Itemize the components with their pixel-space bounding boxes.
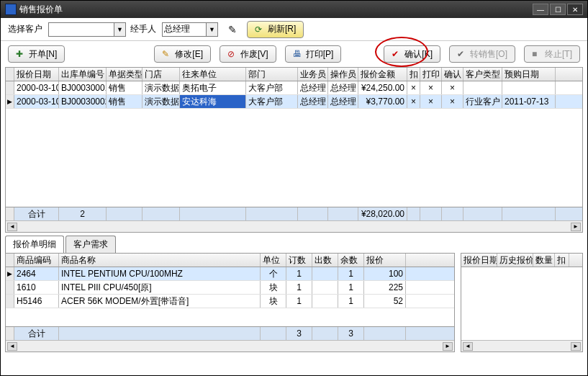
customer-input[interactable] — [49, 23, 114, 36]
chevron-down-icon[interactable]: ▼ — [206, 23, 217, 36]
tab-detail[interactable]: 报价单明细 — [5, 236, 64, 253]
col-sales[interactable]: 业务员 — [298, 68, 328, 81]
stop-icon: ■ — [532, 49, 542, 59]
table-row[interactable]: 1610 INTEL PIII CPU/450[原] 块 1 1 225 — [6, 281, 454, 295]
rcol-qty[interactable]: 数量 — [533, 254, 555, 267]
print-button[interactable]: 🖶 打印[P] — [285, 45, 342, 63]
dfoot-rem: 3 — [338, 327, 364, 340]
col-oper[interactable]: 操作员 — [328, 68, 358, 81]
scroll-right-icon[interactable]: ► — [443, 342, 453, 351]
scroll-left-icon[interactable]: ◄ — [7, 223, 17, 231]
dcol-name[interactable]: 商品名称 — [59, 254, 261, 267]
right-hscroll[interactable]: ◄ ► — [461, 340, 582, 352]
row-marker: ▶ — [6, 267, 14, 280]
print-label: 打印[P] — [306, 48, 334, 61]
row-marker-header — [6, 68, 14, 81]
window-title: 销售报价单 — [19, 4, 63, 16]
handler-label: 经手人 — [130, 23, 156, 35]
stop-label: 终止[T] — [545, 48, 572, 61]
dcol-out[interactable]: 出数 — [312, 254, 338, 267]
history-grid[interactable]: 报价日期 历史报价 数量 扣 ◄ ► — [461, 253, 583, 352]
row-marker — [6, 281, 14, 294]
transfer-icon: ✔ — [457, 49, 467, 59]
col-ctype[interactable]: 客户类型 — [463, 68, 502, 81]
close-button[interactable]: ✕ — [567, 4, 583, 15]
select-customer-label: 选择客户 — [8, 23, 42, 35]
dcol-price[interactable]: 报价 — [364, 254, 406, 267]
edit-icon: ✎ — [162, 49, 172, 59]
row-marker — [6, 295, 14, 308]
customer-combo[interactable]: ▼ — [48, 22, 126, 37]
dfoot-label: 合计 — [14, 327, 59, 340]
col-dept[interactable]: 部门 — [246, 68, 298, 81]
main-hscroll[interactable]: ◄ ► — [6, 220, 582, 232]
table-row[interactable]: ▶ 2000-03-10 BJ00030002 销售 演示数据 安达科海 大客户… — [6, 95, 582, 109]
handler-input[interactable] — [163, 23, 206, 36]
row-marker: ▶ — [6, 95, 14, 108]
check-icon: ✔ — [392, 49, 402, 59]
table-row[interactable]: ▶ 2464 INTEL PENTIUM CPU/100MHZ 个 1 1 10… — [6, 267, 454, 281]
col-print[interactable]: 打印 — [420, 68, 442, 81]
refresh-icon: ⟳ — [255, 24, 265, 35]
clear-icon[interactable]: ✎ — [228, 24, 237, 35]
scroll-left-icon[interactable]: ◄ — [463, 342, 473, 351]
print-icon: 🖶 — [293, 49, 303, 59]
refresh-label: 刷新[R] — [268, 23, 296, 35]
dcol-ord[interactable]: 订数 — [286, 254, 312, 267]
confirm-button[interactable]: ✔ 确认[K] — [384, 45, 440, 63]
void-label: 作废[V] — [240, 48, 268, 61]
col-type[interactable]: 单据类型 — [107, 68, 143, 81]
dfoot-ord: 3 — [286, 327, 312, 340]
row-marker — [6, 81, 14, 94]
void-button[interactable]: ⊘ 作废[V] — [220, 45, 276, 63]
chevron-down-icon[interactable]: ▼ — [114, 23, 125, 36]
handler-combo[interactable]: ▼ — [162, 22, 218, 37]
footer-total: ¥28,020.00 — [358, 207, 407, 220]
col-ded[interactable]: 扣 — [407, 68, 420, 81]
edit-button[interactable]: ✎ 修改[E] — [154, 45, 211, 63]
minimize-button[interactable]: — — [533, 4, 548, 15]
col-docno[interactable]: 出库单编号 — [59, 68, 107, 81]
col-pdate[interactable]: 预购日期 — [502, 68, 556, 81]
rcol-ded[interactable]: 扣 — [555, 254, 569, 267]
app-icon — [5, 4, 17, 15]
transfer-label: 转销售[O] — [470, 48, 507, 61]
open-button[interactable]: ✚ 开单[N] — [8, 45, 65, 63]
col-party[interactable]: 往来单位 — [180, 68, 246, 81]
main-grid[interactable]: 报价日期 出库单编号 单据类型 门店 往来单位 部门 业务员 操作员 报价金额 … — [5, 67, 583, 233]
detail-grid[interactable]: 商品编码 商品名称 单位 订数 出数 余数 报价 ▶ 2464 INTEL PE… — [5, 253, 455, 352]
footer-label: 合计 — [14, 207, 59, 220]
scroll-left-icon[interactable]: ◄ — [7, 342, 17, 351]
scroll-right-icon[interactable]: ► — [571, 342, 581, 351]
footer-count: 2 — [59, 207, 107, 220]
rcol-date[interactable]: 报价日期 — [461, 254, 497, 267]
tab-need[interactable]: 客户需求 — [65, 236, 116, 253]
dcol-code[interactable]: 商品编码 — [14, 254, 59, 267]
col-amount[interactable]: 报价金额 — [358, 68, 407, 81]
dcol-unit[interactable]: 单位 — [261, 254, 286, 267]
transfer-button[interactable]: ✔ 转销售[O] — [449, 45, 515, 63]
void-icon: ⊘ — [227, 49, 238, 59]
col-date[interactable]: 报价日期 — [14, 68, 59, 81]
dcol-rem[interactable]: 余数 — [338, 254, 364, 267]
footer-mark — [6, 207, 14, 220]
confirm-label: 确认[K] — [404, 48, 433, 61]
maximize-button[interactable]: ☐ — [550, 4, 566, 15]
stop-button[interactable]: ■ 终止[T] — [524, 45, 580, 63]
col-store[interactable]: 门店 — [143, 68, 180, 81]
open-label: 开单[N] — [29, 48, 57, 61]
refresh-button[interactable]: ⟳ 刷新[R] — [247, 21, 304, 38]
new-doc-icon: ✚ — [16, 49, 26, 59]
rcol-histprice[interactable]: 历史报价 — [497, 254, 533, 267]
table-row[interactable]: 2000-03-10 BJ00030001 销售 演示数据 奥拓电子 大客户部 … — [6, 81, 582, 95]
edit-label: 修改[E] — [175, 48, 203, 61]
table-row[interactable]: H5146 ACER 56K MODEM/外置[带语音] 块 1 1 52 — [6, 295, 454, 308]
scroll-right-icon[interactable]: ► — [571, 223, 581, 231]
col-confirm[interactable]: 确认 — [442, 68, 463, 81]
detail-hscroll[interactable]: ◄ ► — [6, 340, 454, 352]
